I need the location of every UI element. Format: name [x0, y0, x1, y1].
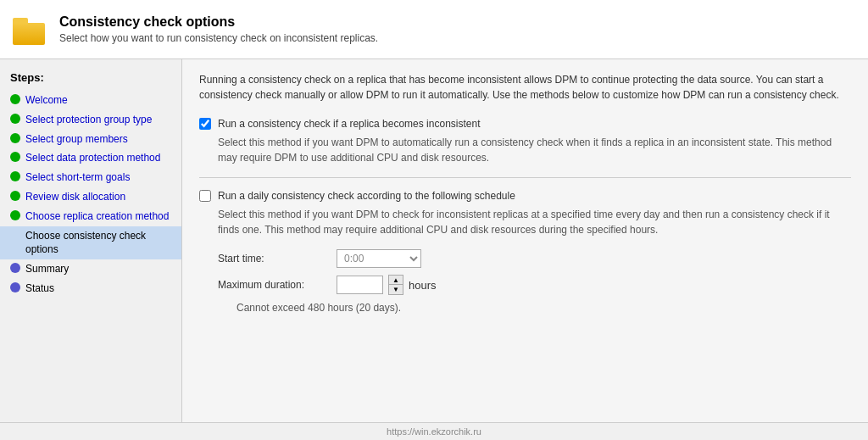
sidebar-item-summary[interactable]: Summary: [0, 259, 181, 279]
option1-description: Select this method if you want DPM to au…: [218, 135, 837, 165]
spinner-down-button[interactable]: ▼: [389, 285, 403, 294]
sidebar-item-group-members[interactable]: Select group members: [0, 130, 181, 149]
max-duration-label: Maximum duration:: [218, 279, 328, 291]
option2-label[interactable]: Run a daily consistency check according …: [218, 190, 515, 202]
sidebar-item-data-protection-method[interactable]: Select data protection method: [0, 148, 181, 168]
header-text: Consistency check options Select how you…: [59, 14, 378, 44]
sidebar: Steps: Welcome Select protection group t…: [0, 59, 182, 422]
dot-icon: [10, 94, 20, 104]
footer: https://win.ekzorchik.ru: [0, 422, 868, 440]
divider: [199, 177, 851, 178]
dot-icon: [10, 152, 20, 162]
footer-url: https://win.ekzorchik.ru: [387, 426, 481, 437]
schedule-fields: Start time: 0:00 Maximum duration: 480 ▲…: [218, 249, 851, 314]
sidebar-item-consistency-check-options[interactable]: Choose consistency check options: [0, 226, 181, 260]
option1-block: Run a consistency check if a replica bec…: [199, 118, 851, 165]
start-time-label: Start time:: [218, 253, 328, 265]
page-subtitle: Select how you want to run consistency c…: [59, 32, 378, 44]
dot-icon: [10, 114, 20, 124]
main-content: Steps: Welcome Select protection group t…: [0, 59, 868, 422]
option2-block: Run a daily consistency check according …: [199, 190, 851, 237]
start-time-select[interactable]: 0:00: [337, 249, 421, 268]
steps-title: Steps:: [0, 68, 181, 91]
option2-header: Run a daily consistency check according …: [199, 190, 851, 202]
content-area: Running a consistency check on a replica…: [182, 59, 868, 422]
max-duration-row: Maximum duration: 480 ▲ ▼ hours: [218, 275, 851, 295]
start-time-row: Start time: 0:00: [218, 249, 851, 268]
dot-icon: [10, 171, 20, 181]
window: Consistency check options Select how you…: [0, 0, 868, 440]
sidebar-item-welcome[interactable]: Welcome: [0, 91, 181, 110]
sidebar-item-disk-allocation[interactable]: Review disk allocation: [0, 187, 181, 207]
option1-label[interactable]: Run a consistency check if a replica bec…: [218, 118, 481, 130]
duration-input-group: 480 ▲ ▼ hours: [337, 275, 437, 295]
dot-icon: [10, 263, 20, 273]
folder-icon: [13, 14, 47, 45]
dot-icon: [10, 210, 20, 220]
cannot-exceed-text: Cannot exceed 480 hours (20 days).: [236, 302, 851, 314]
duration-input[interactable]: 480: [337, 276, 383, 294]
option2-checkbox[interactable]: [199, 190, 211, 202]
dot-icon: [10, 230, 20, 240]
dot-icon: [10, 133, 20, 143]
dot-icon: [10, 282, 20, 292]
spinner-buttons: ▲ ▼: [388, 275, 403, 295]
hours-label: hours: [409, 279, 437, 292]
option1-checkbox[interactable]: [199, 118, 211, 130]
sidebar-item-status[interactable]: Status: [0, 279, 181, 298]
sidebar-item-replica-creation-method[interactable]: Choose replica creation method: [0, 207, 181, 226]
sidebar-item-short-term-goals[interactable]: Select short-term goals: [0, 168, 181, 187]
page-title: Consistency check options: [59, 14, 378, 30]
option1-header: Run a consistency check if a replica bec…: [199, 118, 851, 130]
option2-description: Select this method if you want DPM to ch…: [218, 207, 837, 237]
intro-text: Running a consistency check on a replica…: [199, 72, 851, 103]
dot-icon: [10, 191, 20, 201]
spinner-up-button[interactable]: ▲: [389, 276, 403, 285]
sidebar-item-protection-group-type[interactable]: Select protection group type: [0, 110, 181, 130]
header: Consistency check options Select how you…: [0, 0, 868, 59]
